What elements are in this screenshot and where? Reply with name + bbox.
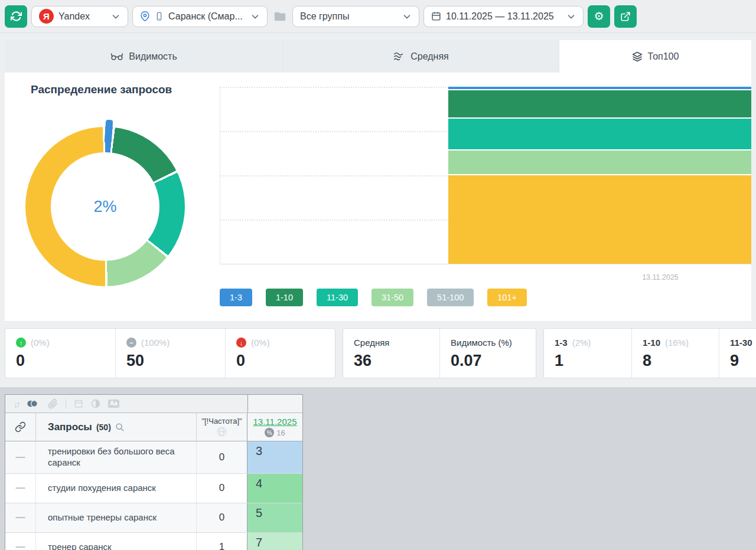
text-style-icon[interactable]: Aa <box>108 400 119 408</box>
table-body: —тренировки без большого веса саранск03—… <box>5 441 302 550</box>
up-arrow-icon: ↑ <box>16 338 26 348</box>
date-sub-value: 16 <box>276 428 285 437</box>
table-row[interactable]: —опытные тренеры саранск05 <box>5 503 302 533</box>
stat-value: 8 <box>643 352 719 370</box>
date-column-header: 13.11.2025 % 16 <box>247 413 302 441</box>
search-icon[interactable] <box>115 423 125 432</box>
legend: 1-31-1011-3031-5051-100101+ <box>220 289 527 306</box>
link-column-header[interactable] <box>5 413 36 441</box>
legend-button-51-100[interactable]: 51-100 <box>427 289 474 306</box>
stat-label: Видимость (%) <box>451 338 512 348</box>
legend-button-11-30[interactable]: 11-30 <box>317 289 358 306</box>
region-label: Саранск (Смар... <box>168 11 243 22</box>
search-engine-select[interactable]: Я Yandex <box>31 6 128 27</box>
date-range-select[interactable]: 10.11.2025 — 13.11.2025 <box>423 6 584 27</box>
circles-toggle-icon[interactable] <box>27 399 40 408</box>
tops-card: 1-3 (2%) 1 1-10 (16%) 8 11-30 (18%) 9 <box>543 328 756 378</box>
tab-label: Топ100 <box>648 51 679 62</box>
top-toolbar: Я Yandex Саранск (Смар... Все группы 10.… <box>0 0 756 33</box>
stat-label: Средняя <box>354 338 389 348</box>
groups-select[interactable]: Все группы <box>292 6 419 27</box>
queries-table: ↓↑ Aa <box>5 394 303 550</box>
legend-button-101+[interactable]: 101+ <box>487 289 527 306</box>
tab-top100[interactable]: Топ100 <box>559 40 751 73</box>
donut-highlight-slice <box>105 120 113 144</box>
stat-pct: (0%) <box>251 338 270 348</box>
location-pin-icon <box>140 11 150 21</box>
sort-icon[interactable]: ↓↑ <box>14 399 19 409</box>
calendar-icon <box>431 11 441 21</box>
date-range-label: 10.11.2025 — 13.11.2025 <box>446 11 554 22</box>
stat-value: 50 <box>126 352 225 370</box>
queries-column-header[interactable]: Запросы (50) <box>36 413 197 441</box>
query-cell: тренер саранск <box>36 533 197 550</box>
date-column-sub: % 16 <box>265 428 285 437</box>
chevron-down-icon <box>402 12 412 21</box>
groups-label: Все группы <box>300 11 349 22</box>
table-toolbar-icons: ↓↑ Aa <box>5 395 247 413</box>
table-row[interactable]: —тренер саранск17 <box>5 533 302 550</box>
globe-icon <box>216 426 227 437</box>
stat-average: Средняя 36 <box>343 329 439 378</box>
frequency-column-header[interactable]: "[!Частота]" <box>197 413 247 441</box>
share-button[interactable] <box>614 5 637 28</box>
no-change-dash-icon: — <box>5 474 36 503</box>
stat-value: 36 <box>354 352 439 370</box>
stat-pct: (100%) <box>141 338 170 348</box>
refresh-button[interactable] <box>5 5 27 28</box>
chart-title: Распределение запросов <box>31 83 172 96</box>
refresh-icon <box>11 11 22 22</box>
calendar-columns-icon[interactable] <box>74 399 83 408</box>
legend-button-1-3[interactable]: 1-3 <box>220 289 252 306</box>
frequency-label: "[!Частота]" <box>201 417 242 425</box>
legend-button-31-50[interactable]: 31-50 <box>372 289 413 306</box>
stat-top-11-30: 11-30 (18%) 9 <box>719 329 756 378</box>
smartphone-icon <box>155 12 164 21</box>
no-change-dash-icon: — <box>5 441 36 473</box>
chain-link-icon <box>15 421 26 433</box>
metrics-card: Средняя 36 Видимость (%) 0.07 <box>343 328 536 378</box>
stat-pct: (16%) <box>665 338 689 348</box>
donut-center-label: 2% <box>51 152 159 261</box>
region-select[interactable]: Саранск (Смар... <box>132 6 268 27</box>
toolbar-divider <box>66 399 66 408</box>
stat-value: 9 <box>730 352 756 370</box>
stat-value: 1 <box>555 352 631 370</box>
stat-value: 0 <box>16 352 115 370</box>
stat-top-1-3: 1-3 (2%) 1 <box>544 329 631 378</box>
stat-visibility: Видимость (%) 0.07 <box>439 329 536 378</box>
table-row[interactable]: —студии похудения саранск04 <box>5 474 302 503</box>
settings-button[interactable]: ⚙ <box>588 5 610 28</box>
stat-label: 1-10 <box>643 338 660 348</box>
stacked-bar <box>448 87 751 264</box>
tab-visibility[interactable]: Видимость <box>5 40 284 73</box>
query-cell: тренировки без большого веса саранск <box>36 441 197 473</box>
no-change-dash-icon: — <box>5 533 36 550</box>
frequency-cell: 0 <box>197 503 247 532</box>
paperclip-icon[interactable] <box>48 399 58 409</box>
stat-value: 0.07 <box>451 352 536 370</box>
legend-button-1-10[interactable]: 1-10 <box>266 289 303 306</box>
x-axis-tick-label: 13.11.2025 <box>619 273 702 281</box>
stat-label: 11-30 <box>730 338 752 348</box>
queries-count: (50) <box>96 423 111 432</box>
chevron-down-icon <box>566 12 576 21</box>
tab-average[interactable]: Средняя <box>284 40 559 73</box>
bar-segment-31-50 <box>448 150 751 175</box>
layers-icon <box>632 51 643 62</box>
percent-icon: % <box>265 428 274 437</box>
glasses-icon <box>110 52 123 61</box>
no-change-dash-icon: — <box>5 503 36 532</box>
waves-icon <box>393 52 405 61</box>
date-column-link[interactable]: 13.11.2025 <box>253 417 297 427</box>
folder-icon[interactable] <box>273 10 286 23</box>
donut-chart: 2% <box>25 127 185 286</box>
bar-chart-plot <box>220 87 751 264</box>
table-row[interactable]: —тренировки без большого веса саранск03 <box>5 441 302 474</box>
contrast-icon[interactable] <box>91 399 100 408</box>
stat-pct: (0%) <box>31 338 50 348</box>
changes-card: ↑ (0%) 0 − (100%) 50 ↓ (0%) 0 <box>5 328 335 378</box>
chevron-down-icon <box>250 12 260 21</box>
position-cell: 7 <box>247 533 302 550</box>
stat-same: − (100%) 50 <box>115 329 225 378</box>
